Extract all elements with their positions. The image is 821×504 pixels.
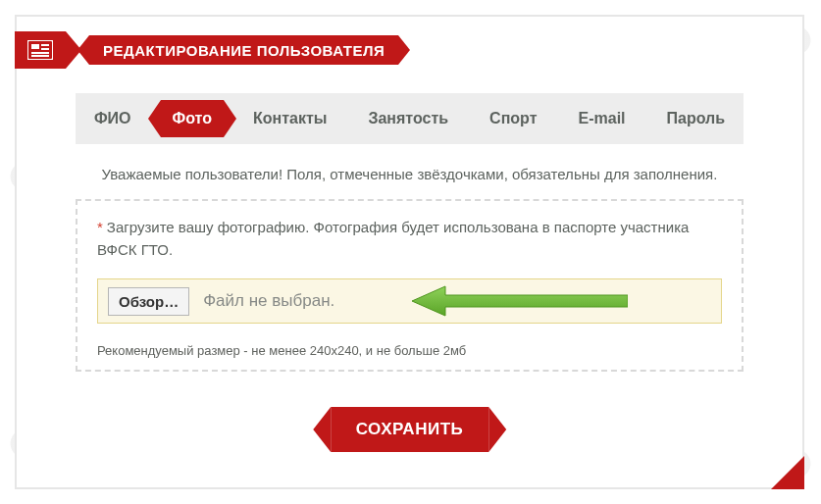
- file-input-box: Обзор… Файл не выбран.: [97, 278, 722, 324]
- page-title: РЕДАКТИРОВАНИЕ ПОЛЬЗОВАТЕЛЯ: [103, 42, 385, 59]
- upload-label: *Загрузите вашу фотографию. Фотография б…: [97, 217, 722, 261]
- tab-password[interactable]: Пароль: [655, 102, 738, 135]
- tab-sport[interactable]: Спорт: [478, 102, 548, 135]
- header-badge: [15, 31, 66, 69]
- file-status-text: Файл не выбран.: [203, 291, 334, 311]
- tab-email[interactable]: E-mail: [567, 102, 638, 135]
- upload-panel: *Загрузите вашу фотографию. Фотография б…: [76, 199, 744, 372]
- card-header: РЕДАКТИРОВАНИЕ ПОЛЬЗОВАТЕЛЯ: [15, 31, 398, 69]
- required-fields-notice: Уважаемые пользователи! Поля, отмеченные…: [17, 166, 802, 182]
- tab-photo[interactable]: Фото: [161, 100, 224, 137]
- tab-employment[interactable]: Занятость: [356, 102, 460, 135]
- corner-decoration: [771, 456, 804, 489]
- header-title-wrap: РЕДАКТИРОВАНИЕ ПОЛЬЗОВАТЕЛЯ: [89, 35, 398, 65]
- upload-label-text: Загрузите вашу фотографию. Фотография бу…: [97, 219, 689, 258]
- newspaper-icon: [27, 40, 53, 60]
- tab-contacts[interactable]: Контакты: [241, 102, 338, 135]
- tab-fio[interactable]: ФИО: [82, 102, 143, 135]
- upload-recommendation: Рекомендуемый размер - не менее 240х240,…: [97, 343, 466, 358]
- edit-user-card: РЕДАКТИРОВАНИЕ ПОЛЬЗОВАТЕЛЯ ФИО Фото Кон…: [15, 15, 804, 489]
- save-button-label: СОХРАНИТЬ: [356, 420, 464, 439]
- svg-marker-6: [412, 286, 628, 316]
- browse-button[interactable]: Обзор…: [108, 287, 189, 316]
- hint-arrow-icon: [412, 284, 628, 318]
- tab-bar: ФИО Фото Контакты Занятость Спорт E-mail…: [76, 93, 744, 144]
- save-button[interactable]: СОХРАНИТЬ: [331, 407, 489, 452]
- svg-rect-1: [31, 44, 39, 49]
- required-mark: *: [97, 219, 103, 235]
